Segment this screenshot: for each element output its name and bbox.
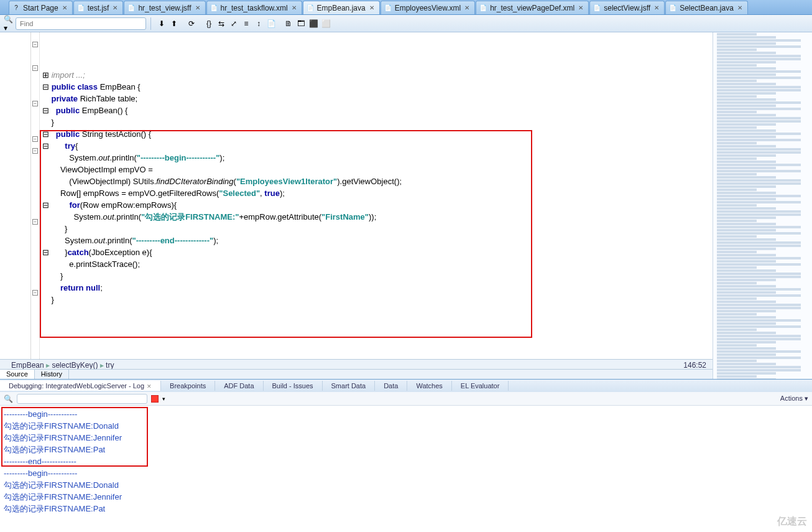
code-line[interactable]: ⊟ public String testAction() { xyxy=(42,128,710,140)
file-icon: 📄 xyxy=(127,4,136,12)
code-area: −−−−−−− ⊞ import ...;⊟ public class EmpB… xyxy=(0,32,713,379)
tab-label: SelectBean.java xyxy=(680,4,734,12)
editor-tab-2[interactable]: 📄hr_test_view.jsff✕ xyxy=(124,1,205,14)
code-line[interactable]: ⊟ public EmpBean() { xyxy=(42,105,710,116)
tab-label: Debugging: IntegratedWebLogicServer - Lo… xyxy=(9,382,144,390)
code-line[interactable]: e.printStackTrace(); xyxy=(42,258,710,270)
bottom-tab-bar: Debugging: IntegratedWebLogicServer - Lo… xyxy=(0,380,812,392)
toolbar-button-6[interactable]: ≡ xyxy=(240,17,252,30)
search-icon: 🔍 xyxy=(4,394,13,403)
code-line[interactable]: ⊟ for(Row empRow:empRows){ xyxy=(42,199,710,211)
code-line[interactable]: private RichTable table; xyxy=(42,93,710,105)
tab-label: Data xyxy=(384,382,398,390)
toolbar-button-12[interactable]: ⬜ xyxy=(320,17,332,30)
close-icon[interactable]: ✕ xyxy=(464,4,469,11)
fold-toggle[interactable]: − xyxy=(32,290,38,296)
bottom-tab-5[interactable]: Data xyxy=(375,381,407,391)
breadcrumb-item[interactable]: selectByKey() xyxy=(52,361,106,370)
close-icon[interactable]: ✕ xyxy=(195,4,200,11)
editor-tab-5[interactable]: 📄EmployeesView.xml✕ xyxy=(381,1,476,14)
file-icon: 📄 xyxy=(210,4,218,12)
bottom-tab-6[interactable]: Watches xyxy=(407,381,451,391)
fold-toggle[interactable]: − xyxy=(32,65,38,71)
log-output[interactable]: ---------begin-----------勾选的记录FIRSTNAME:… xyxy=(0,406,812,518)
toolbar-button-5[interactable]: ⤢ xyxy=(228,17,240,30)
toolbar-button-11[interactable]: ⬛ xyxy=(307,17,320,30)
view-tab-source[interactable]: Source xyxy=(0,370,35,379)
code-line[interactable]: ViewObjectImpl empVO = xyxy=(42,164,710,175)
close-icon[interactable]: ✕ xyxy=(292,4,297,11)
bottom-panel: Debugging: IntegratedWebLogicServer - Lo… xyxy=(0,379,812,518)
toolbar-button-8[interactable]: 📄 xyxy=(265,17,277,30)
log-line: 勾选的记录FIRSTNAME:Donald xyxy=(4,420,808,432)
breadcrumb-item[interactable]: EmpBean xyxy=(11,361,52,370)
code-line[interactable]: System.out.println("---------begin------… xyxy=(42,152,710,164)
toolbar-button-4[interactable]: ⇆ xyxy=(215,17,228,30)
code-line[interactable]: } xyxy=(42,223,710,235)
editor-tab-3[interactable]: 📄hr_test_taskflow.xml✕ xyxy=(206,1,302,14)
fold-toggle[interactable]: − xyxy=(32,42,38,47)
bottom-tab-7[interactable]: EL Evaluator xyxy=(452,381,509,391)
bottom-tab-3[interactable]: Build - Issues xyxy=(264,381,323,391)
view-tab-history[interactable]: History xyxy=(35,370,69,379)
close-icon[interactable]: ✕ xyxy=(147,383,152,390)
bottom-tab-4[interactable]: Smart Data xyxy=(323,381,376,391)
editor-tab-8[interactable]: 📄SelectBean.java✕ xyxy=(665,1,748,14)
code-line[interactable]: ⊟ try{ xyxy=(42,140,710,152)
code-line[interactable]: } xyxy=(42,294,710,306)
breadcrumb-item[interactable]: try xyxy=(106,361,114,370)
code-line[interactable]: } xyxy=(42,116,710,128)
editor-tab-6[interactable]: 📄hr_test_viewPageDef.xml✕ xyxy=(476,1,589,14)
tab-label: Smart Data xyxy=(331,382,366,390)
editor-tab-4[interactable]: 📄EmpBean.java✕ xyxy=(303,1,380,14)
toolbar-button-3[interactable]: {} xyxy=(203,17,215,30)
toolbar-button-1[interactable]: ⬆ xyxy=(168,17,180,30)
close-icon[interactable]: ✕ xyxy=(62,4,67,11)
close-icon[interactable]: ✕ xyxy=(113,4,118,11)
code-viewport[interactable]: ⊞ import ...;⊟ public class EmpBean { pr… xyxy=(40,32,713,360)
bottom-tab-1[interactable]: Breakpoints xyxy=(161,381,215,391)
stop-icon[interactable] xyxy=(151,395,159,403)
log-line: ---------begin----------- xyxy=(4,467,808,479)
close-icon[interactable]: ✕ xyxy=(369,4,374,11)
code-line[interactable]: (ViewObjectImpl) SUtils.findDCIteratorBi… xyxy=(42,175,710,187)
code-line[interactable]: return null; xyxy=(42,282,710,294)
toolbar-button-7[interactable]: ↕ xyxy=(252,17,265,30)
fold-toggle[interactable]: − xyxy=(32,136,38,142)
bottom-tab-0[interactable]: Debugging: IntegratedWebLogicServer - Lo… xyxy=(0,381,161,391)
toolbar-button-2[interactable]: ⟳ xyxy=(185,17,198,30)
log-line: ---------end------------- xyxy=(4,515,808,518)
fold-toggle[interactable]: − xyxy=(32,148,38,154)
actions-menu[interactable]: Actions ▾ xyxy=(780,394,808,403)
search-icon: 🔍▾ xyxy=(4,19,14,29)
close-icon[interactable]: ✕ xyxy=(578,4,583,11)
close-icon[interactable]: ✕ xyxy=(654,4,659,11)
dropdown-icon[interactable]: ▾ xyxy=(162,396,165,402)
code-line[interactable]: ⊞ import ...; xyxy=(42,69,710,81)
code-line[interactable]: } xyxy=(42,270,710,282)
fold-toggle[interactable]: − xyxy=(32,101,38,106)
toolbar-button-0[interactable]: ⬇ xyxy=(155,17,168,30)
fold-toggle[interactable]: − xyxy=(32,219,38,225)
code-line[interactable]: System.out.println("---------end--------… xyxy=(42,235,710,246)
tab-label: EL Evaluator xyxy=(461,382,500,390)
editor-tab-0[interactable]: ?Start Page✕ xyxy=(9,1,73,14)
code-minimap[interactable] xyxy=(713,32,812,379)
toolbar-button-10[interactable]: 🗔 xyxy=(295,17,307,30)
editor-toolbar: 🔍▾ ⬇⬆⟳{}⇆⤢≡↕📄🗎🗔⬛⬜ xyxy=(0,15,812,32)
code-line[interactable]: ⊟ public class EmpBean { xyxy=(42,81,710,93)
editor-tab-1[interactable]: 📄test.jsf✕ xyxy=(73,1,124,14)
log-filter-input[interactable] xyxy=(17,394,147,404)
separator xyxy=(150,17,151,30)
code-line[interactable]: Row[] empRows = empVO.getFilteredRows("S… xyxy=(42,187,710,199)
editor-tab-7[interactable]: 📄selectView.jsff✕ xyxy=(589,1,665,14)
bottom-tab-2[interactable]: ADF Data xyxy=(215,381,263,391)
log-line: 勾选的记录FIRSTNAME:Pat xyxy=(4,503,808,515)
log-toolbar: 🔍 ▾ Actions ▾ xyxy=(0,392,812,406)
find-input[interactable] xyxy=(16,17,146,30)
code-line[interactable]: System.out.println("勾选的记录FIRSTNAME:"+emp… xyxy=(42,211,710,223)
file-icon: 📄 xyxy=(384,4,392,12)
close-icon[interactable]: ✕ xyxy=(737,4,742,11)
code-line[interactable]: ⊟ }catch(JboException e){ xyxy=(42,246,710,258)
toolbar-button-9[interactable]: 🗎 xyxy=(282,17,295,30)
